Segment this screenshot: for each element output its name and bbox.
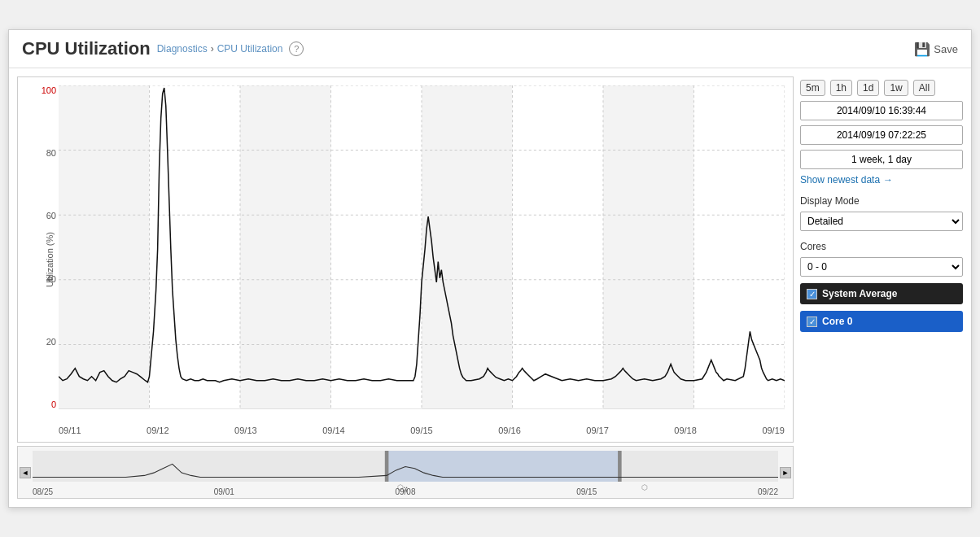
y-tick-80: 80 xyxy=(46,148,56,158)
show-newest-arrow-icon: → xyxy=(883,174,893,186)
legend-system-avg[interactable]: ✓ System Average xyxy=(800,283,963,304)
x-tick-0914: 09/14 xyxy=(322,426,345,435)
mini-chart-scroll-right[interactable]: ► xyxy=(780,467,791,478)
y-tick-40: 40 xyxy=(46,274,56,284)
core0-checkbox[interactable]: ✓ xyxy=(807,317,817,327)
x-tick-0915: 09/15 xyxy=(410,426,433,435)
header-left: CPU Utilization Diagnostics › CPU Utiliz… xyxy=(22,38,304,59)
breadcrumb-current: CPU Utilization xyxy=(217,43,283,55)
mini-tick-0901: 09/01 xyxy=(214,487,234,496)
display-mode-label: Display Mode xyxy=(800,195,963,207)
x-tick-0913: 09/13 xyxy=(234,426,257,435)
time-btn-1h[interactable]: 1h xyxy=(830,80,852,96)
mini-tick-0825: 08/25 xyxy=(33,487,53,496)
mini-tick-0922: 09/22 xyxy=(758,487,778,496)
x-tick-0918: 09/18 xyxy=(674,426,697,435)
chart-area: Utilization (%) 100 80 60 40 20 0 xyxy=(17,76,794,499)
mini-chart-scroll-left[interactable]: ◄ xyxy=(20,467,31,478)
duration-input[interactable] xyxy=(800,150,963,169)
svg-rect-20 xyxy=(385,451,389,482)
breadcrumb: Diagnostics › CPU Utilization xyxy=(157,43,283,55)
help-icon[interactable]: ? xyxy=(289,41,304,56)
page-title: CPU Utilization xyxy=(22,38,151,59)
system-avg-checkbox[interactable]: ✓ xyxy=(807,289,817,299)
svg-rect-1 xyxy=(240,85,331,409)
cores-select[interactable]: 0 - 0 xyxy=(800,257,963,277)
mini-tick-0915: 09/15 xyxy=(576,487,597,496)
core0-label: Core 0 xyxy=(822,316,852,327)
time-btn-1w[interactable]: 1w xyxy=(884,80,908,96)
svg-rect-2 xyxy=(422,85,513,409)
y-tick-20: 20 xyxy=(46,337,56,347)
x-tick-0912: 09/12 xyxy=(147,426,169,435)
breadcrumb-separator: › xyxy=(211,43,214,55)
right-panel: 5m 1h 1d 1w All Show newest data → Displ… xyxy=(800,76,963,499)
x-tick-0916: 09/16 xyxy=(498,426,521,435)
system-avg-label: System Average xyxy=(822,288,898,299)
save-disk-icon: 💾 xyxy=(914,41,930,57)
time-btn-1d[interactable]: 1d xyxy=(857,80,879,96)
cores-label: Cores xyxy=(800,241,963,252)
svg-rect-3 xyxy=(603,85,694,409)
legend-core0[interactable]: ✓ Core 0 xyxy=(800,311,963,332)
y-tick-60: 60 xyxy=(46,211,56,220)
y-tick-0: 0 xyxy=(51,399,56,409)
save-label: Save xyxy=(934,43,958,55)
x-tick-0919: 09/19 xyxy=(762,426,785,435)
time-range-buttons: 5m 1h 1d 1w All xyxy=(800,80,963,96)
time-btn-all[interactable]: All xyxy=(913,80,935,96)
x-tick-0917: 09/17 xyxy=(586,426,609,435)
end-date-input[interactable] xyxy=(800,125,963,145)
show-newest-label: Show newest data xyxy=(800,174,880,186)
main-chart-container: Utilization (%) 100 80 60 40 20 0 xyxy=(17,76,794,443)
x-tick-0911: 09/11 xyxy=(59,426,81,435)
mini-chart-svg xyxy=(33,451,778,482)
main-content: Utilization (%) 100 80 60 40 20 0 xyxy=(9,68,971,507)
time-btn-5m[interactable]: 5m xyxy=(800,80,825,96)
main-chart-svg xyxy=(59,85,785,409)
svg-rect-0 xyxy=(59,85,150,409)
mini-tick-0908: 09/08 xyxy=(395,487,415,496)
header: CPU Utilization Diagnostics › CPU Utiliz… xyxy=(9,30,971,68)
start-date-input[interactable] xyxy=(800,101,963,120)
show-newest-link[interactable]: Show newest data → xyxy=(800,174,963,186)
save-button[interactable]: 💾 Save xyxy=(914,41,958,57)
mini-chart-container[interactable]: ◄ ► ⬡ ⬡ ⠿ xyxy=(17,446,794,499)
breadcrumb-parent[interactable]: Diagnostics xyxy=(157,43,208,55)
y-tick-100: 100 xyxy=(42,85,56,95)
display-mode-select[interactable]: Detailed xyxy=(800,212,963,231)
